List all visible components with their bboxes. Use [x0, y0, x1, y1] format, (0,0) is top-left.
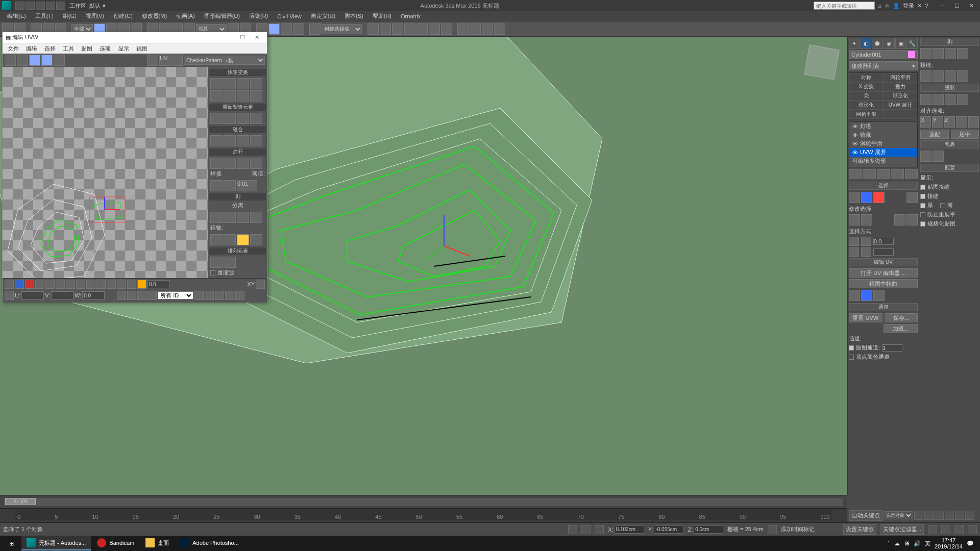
uvw-rotate-icon[interactable] — [17, 55, 28, 66]
rollout-channel[interactable]: 通道 — [849, 303, 918, 311]
rollout-projection[interactable]: 投影 — [920, 84, 979, 92]
mod-empty[interactable] — [884, 110, 918, 119]
viewcube[interactable] — [804, 44, 840, 80]
y-coord-input[interactable] — [654, 525, 683, 534]
isolate-icon[interactable] — [581, 525, 591, 534]
utilities-tab-icon[interactable]: 🔧 — [906, 38, 918, 49]
uvw-edge-icon[interactable] — [15, 280, 24, 289]
arr-icon[interactable] — [224, 257, 236, 268]
tray-volume-icon[interactable]: 🔊 — [914, 540, 921, 547]
layers-button[interactable] — [392, 23, 403, 35]
start-button[interactable]: ⊞ — [2, 536, 20, 550]
material-editor-button[interactable] — [441, 23, 452, 35]
motion-tab-icon[interactable]: ◉ — [884, 38, 895, 49]
st-icon[interactable] — [250, 135, 262, 146]
mirror-button[interactable] — [368, 23, 379, 35]
st-icon[interactable] — [237, 135, 249, 146]
modifier-stack[interactable]: 👁灯塔 👁镜像 👁涡轮平滑 👁UVW 展开 可编辑多边形 顶点 边 边界 — [849, 121, 918, 167]
toggle-ribbon-button[interactable] — [404, 23, 415, 35]
vertex-subobj-icon[interactable] — [849, 192, 860, 203]
uvw-lock-icon[interactable] — [5, 291, 14, 300]
qt-icon[interactable] — [237, 90, 249, 102]
nav-orbit-icon[interactable] — [954, 525, 964, 534]
configure-sets-icon[interactable] — [905, 169, 918, 179]
mapseam-checkbox[interactable] — [920, 185, 925, 190]
mod-spherify[interactable]: 球形化 — [884, 91, 918, 101]
render-button[interactable] — [482, 23, 493, 35]
menu-animation[interactable]: 动画(A) — [172, 11, 199, 21]
uvw-quicktransform-hdr[interactable]: 快速变换 — [209, 69, 266, 76]
uvw-freeform-icon[interactable] — [41, 55, 53, 66]
taskbar-3dsmax[interactable]: 无标题 - Autodes... — [21, 536, 91, 550]
peel-icon[interactable] — [250, 212, 262, 223]
prevent-reflatten-checkbox[interactable] — [920, 212, 925, 217]
open-uv-editor-button[interactable]: 打开 UV 编辑器 ... — [849, 268, 918, 278]
mod-turbosmooth[interactable]: 涡轮平滑 — [884, 73, 918, 82]
taskbar-desktop[interactable]: 桌面 — [140, 536, 174, 550]
uvw-menu-mapping[interactable]: 贴图 — [78, 44, 95, 53]
align-z-button[interactable]: Z — [944, 116, 955, 128]
uvw-reshape-hdr[interactable]: 重新塑造元素 — [209, 104, 266, 111]
keyfilters-button[interactable]: 关键点过滤器... — [880, 524, 924, 535]
uvw-menu-file[interactable]: 文件 — [5, 44, 22, 53]
reset-uvw-button[interactable]: 重置 UVW — [849, 313, 883, 322]
select-by-elem-icon[interactable] — [906, 192, 918, 203]
mod-spherify2[interactable]: 球形化 — [849, 101, 884, 110]
ex-icon[interactable] — [250, 158, 262, 169]
align-x-button[interactable]: X — [920, 116, 931, 128]
uvw-softsel-value[interactable] — [148, 280, 170, 288]
uvw-menu-edit[interactable]: 编辑 — [23, 44, 40, 53]
rollout-configure[interactable]: 配置 — [920, 164, 979, 172]
qat-new-icon[interactable] — [15, 2, 24, 10]
tray-clock[interactable]: 17:47 2019/12/14 — [935, 537, 963, 549]
map-channel-radio[interactable] — [849, 345, 854, 350]
render-iterative-button[interactable] — [494, 23, 505, 35]
uvw-id-dropdown[interactable]: 所有 ID — [158, 291, 193, 299]
thick-radio[interactable] — [920, 203, 925, 208]
fit-button[interactable]: 适配 — [920, 130, 949, 139]
rs-icon[interactable] — [224, 113, 236, 124]
tray-up-icon[interactable]: ˄ — [887, 540, 890, 547]
exchange-icon[interactable]: ✕ — [917, 3, 922, 9]
peel-icon[interactable] — [210, 212, 223, 223]
uvw-menu-views[interactable]: 视图 — [133, 44, 151, 53]
qat-redo-icon[interactable] — [56, 2, 65, 10]
add-time-tag[interactable]: 添加时间标记 — [781, 525, 815, 533]
goto-start-icon[interactable] — [914, 511, 923, 520]
hierarchy-tab-icon[interactable]: ⬢ — [872, 38, 883, 49]
uvw-peel-hdr[interactable]: 剥 — [209, 193, 266, 201]
eye-icon[interactable]: 👁 — [852, 123, 858, 130]
time-tag-icon[interactable] — [768, 525, 777, 534]
spinner-snap-button[interactable] — [293, 23, 304, 35]
peel-relax-icon[interactable] — [957, 48, 968, 59]
named-selection-set[interactable]: 创建选择集 — [322, 24, 362, 34]
mod-unwrap[interactable]: UVW 展开 — [884, 101, 918, 110]
qt-icon[interactable] — [210, 78, 223, 89]
uvw-zoomextsel-icon[interactable] — [235, 291, 244, 300]
seam-pointtopoint-icon[interactable] — [933, 70, 944, 82]
angle-snap-button[interactable] — [268, 23, 280, 35]
maximize-button[interactable]: ☐ — [950, 1, 964, 10]
workspace-switcher[interactable]: 工作区: 默认 ▾ — [69, 2, 106, 10]
uvw-menu-tools[interactable]: 工具 — [60, 44, 77, 53]
menu-civilview[interactable]: Civil View — [273, 12, 305, 20]
menu-help[interactable]: 帮助(H) — [369, 11, 396, 21]
quick-box-icon[interactable] — [873, 290, 885, 301]
mod-meshsmooth[interactable]: 网格平滑 — [849, 110, 884, 119]
uvw-explode-hdr[interactable]: 炸开 — [209, 148, 266, 156]
render-setup-button[interactable] — [457, 23, 469, 35]
menu-maxscript[interactable]: 脚本(S) — [340, 11, 368, 21]
peel-pelt-icon[interactable] — [945, 48, 956, 59]
ex-icon[interactable] — [237, 158, 249, 169]
ax-icon[interactable] — [224, 234, 236, 245]
ring-icon[interactable] — [894, 214, 905, 226]
grow-icon[interactable] — [849, 214, 860, 226]
uvw-canvas[interactable] — [3, 67, 208, 278]
taskbar-bandicam[interactable]: Bandicam — [92, 536, 139, 550]
uvw-face-icon[interactable] — [25, 280, 34, 289]
uvw-minimize-button[interactable]: ─ — [221, 35, 235, 41]
help-search-input[interactable] — [814, 2, 875, 10]
peel-icon[interactable] — [237, 212, 249, 223]
percent-snap-button[interactable] — [281, 23, 292, 35]
uvw-mirror-icon[interactable] — [54, 55, 65, 66]
